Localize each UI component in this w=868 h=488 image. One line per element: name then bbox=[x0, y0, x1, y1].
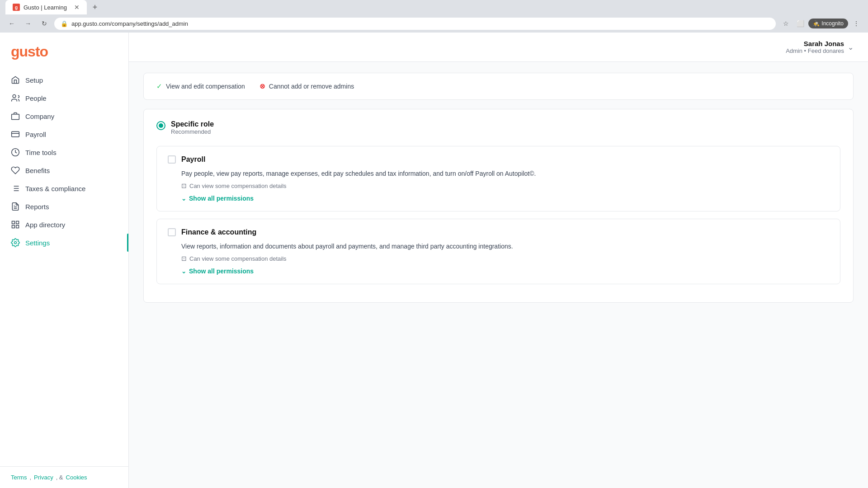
sidebar-item-benefits[interactable]: Benefits bbox=[0, 161, 128, 179]
active-tab[interactable]: g Gusto | Learning ✕ bbox=[5, 0, 87, 14]
svg-point-0 bbox=[13, 95, 16, 98]
svg-rect-14 bbox=[12, 221, 15, 224]
sidebar-item-people[interactable]: People bbox=[0, 89, 128, 107]
time-icon bbox=[11, 148, 20, 157]
specific-role-radio[interactable] bbox=[156, 121, 165, 130]
finance-show-permissions[interactable]: ⌄ Show all permissions bbox=[168, 267, 829, 275]
finance-checkbox[interactable] bbox=[168, 228, 176, 236]
bookmark-button[interactable]: ☆ bbox=[779, 17, 792, 30]
sidebar-item-settings[interactable]: Settings bbox=[0, 234, 128, 252]
specific-role-sublabel: Recommended bbox=[171, 128, 214, 135]
menu-button[interactable]: ⋮ bbox=[850, 17, 863, 30]
svg-rect-3 bbox=[12, 131, 19, 137]
address-bar: ← → ↻ 🔒 app.gusto.com/company/settings/a… bbox=[0, 14, 868, 33]
payroll-show-perms-label: Show all permissions bbox=[189, 195, 254, 202]
sidebar: gusto Setup People C bbox=[0, 33, 129, 488]
payroll-description: Pay people, view pay reports, manage exp… bbox=[168, 169, 829, 178]
payroll-show-permissions[interactable]: ⌄ Show all permissions bbox=[168, 195, 829, 202]
terms-link[interactable]: Terms bbox=[11, 474, 27, 481]
perm-view-edit-comp: ✓ View and edit compensation bbox=[156, 82, 245, 90]
comp-icon2: ⊡ bbox=[181, 255, 187, 262]
settings-label: Settings bbox=[25, 239, 50, 247]
back-button[interactable]: ← bbox=[5, 17, 18, 30]
sidebar-nav: Setup People Company Pa bbox=[0, 67, 128, 466]
svg-rect-16 bbox=[16, 225, 19, 228]
finance-show-perms-label: Show all permissions bbox=[189, 267, 254, 275]
company-label: Company bbox=[25, 113, 54, 120]
perm-cannot-add-admins: ⊗ Cannot add or remove admins bbox=[259, 82, 354, 90]
new-tab-button[interactable]: + bbox=[89, 1, 101, 14]
finance-comp-note: ⊡ Can view some compensation details bbox=[168, 255, 829, 262]
perm-view-edit-comp-text: View and edit compensation bbox=[166, 83, 245, 90]
page-content: ✓ View and edit compensation ⊗ Cannot ad… bbox=[129, 73, 868, 317]
people-icon bbox=[11, 94, 20, 103]
incognito-badge: 🕵 Incognito bbox=[808, 19, 848, 28]
sidebar-item-setup[interactable]: Setup bbox=[0, 71, 128, 89]
payroll-role-item: Payroll Pay people, view pay reports, ma… bbox=[156, 146, 840, 211]
taxes-icon bbox=[11, 184, 20, 193]
reload-button[interactable]: ↻ bbox=[38, 17, 51, 30]
sidebar-item-company[interactable]: Company bbox=[0, 107, 128, 125]
payroll-comp-note-text: Can view some compensation details bbox=[189, 183, 287, 189]
payroll-checkbox[interactable] bbox=[168, 155, 176, 164]
x-icon: ⊗ bbox=[259, 82, 265, 90]
specific-role-header: Specific role Recommended bbox=[156, 120, 840, 135]
chevron-down-icon: ⌄ bbox=[181, 195, 186, 202]
setup-label: Setup bbox=[25, 76, 43, 84]
svg-point-18 bbox=[14, 242, 17, 244]
sidebar-item-app-directory[interactable]: App directory bbox=[0, 216, 128, 234]
payroll-label: Payroll bbox=[25, 131, 46, 138]
privacy-link[interactable]: Privacy bbox=[34, 474, 53, 481]
logo-text: gusto bbox=[11, 43, 48, 60]
sidebar-item-taxes[interactable]: Taxes & compliance bbox=[0, 179, 128, 197]
chevron-down-icon2: ⌄ bbox=[181, 268, 186, 275]
specific-role-section: Specific role Recommended Payroll Pay pe… bbox=[143, 109, 854, 303]
url-bar[interactable]: 🔒 app.gusto.com/company/settings/add_adm… bbox=[54, 18, 776, 30]
tab-label: Gusto | Learning bbox=[24, 4, 67, 11]
app: gusto Setup People C bbox=[0, 33, 868, 488]
finance-role-item: Finance & accounting View reports, infor… bbox=[156, 219, 840, 284]
app-directory-label: App directory bbox=[25, 221, 65, 229]
main-content: Sarah Jonas Admin • Feed donares ⌄ ✓ Vie… bbox=[129, 33, 868, 488]
user-name: Sarah Jonas bbox=[786, 40, 844, 47]
settings-icon bbox=[11, 238, 20, 247]
radio-dot bbox=[159, 123, 163, 128]
url-text: app.gusto.com/company/settings/add_admin bbox=[71, 20, 188, 27]
chevron-down-icon: ⌄ bbox=[848, 43, 854, 52]
reports-label: Reports bbox=[25, 203, 49, 211]
specific-role-label: Specific role bbox=[171, 120, 214, 128]
svg-rect-17 bbox=[12, 225, 15, 228]
active-indicator bbox=[127, 234, 128, 252]
user-role: Admin • Feed donares bbox=[786, 47, 844, 54]
payroll-comp-note: ⊡ Can view some compensation details bbox=[168, 182, 829, 189]
finance-title: Finance & accounting bbox=[181, 228, 256, 236]
svg-rect-15 bbox=[16, 221, 19, 224]
svg-rect-1 bbox=[12, 114, 19, 120]
address-actions: ☆ ⬜ 🕵 Incognito ⋮ bbox=[779, 17, 863, 30]
close-tab-button[interactable]: ✕ bbox=[74, 4, 80, 11]
cookies-link[interactable]: Cookies bbox=[66, 474, 87, 481]
payroll-role-header: Payroll bbox=[168, 155, 829, 164]
people-label: People bbox=[25, 94, 47, 102]
sidebar-item-time-tools[interactable]: Time tools bbox=[0, 143, 128, 161]
comp-icon: ⊡ bbox=[181, 182, 187, 189]
user-menu[interactable]: Sarah Jonas Admin • Feed donares ⌄ bbox=[786, 40, 854, 54]
tab-bar: g Gusto | Learning ✕ + bbox=[0, 0, 868, 14]
finance-description: View reports, information and documents … bbox=[168, 242, 829, 251]
benefits-label: Benefits bbox=[25, 167, 50, 174]
company-icon bbox=[11, 112, 20, 121]
sidebar-item-payroll[interactable]: Payroll bbox=[0, 125, 128, 143]
app-header: Sarah Jonas Admin • Feed donares ⌄ bbox=[129, 33, 868, 62]
benefits-icon bbox=[11, 166, 20, 175]
tab-favicon: g bbox=[13, 4, 20, 11]
home-icon bbox=[11, 75, 20, 84]
finance-role-header: Finance & accounting bbox=[168, 228, 829, 236]
apps-icon bbox=[11, 220, 20, 229]
forward-button[interactable]: → bbox=[22, 17, 34, 30]
profile-button[interactable]: ⬜ bbox=[794, 17, 807, 30]
sidebar-item-reports[interactable]: Reports bbox=[0, 197, 128, 216]
sidebar-footer: Terms , Privacy , & Cookies bbox=[0, 466, 128, 488]
payroll-title: Payroll bbox=[181, 155, 205, 164]
perm-cannot-add-text: Cannot add or remove admins bbox=[269, 83, 354, 90]
time-tools-label: Time tools bbox=[25, 149, 57, 156]
